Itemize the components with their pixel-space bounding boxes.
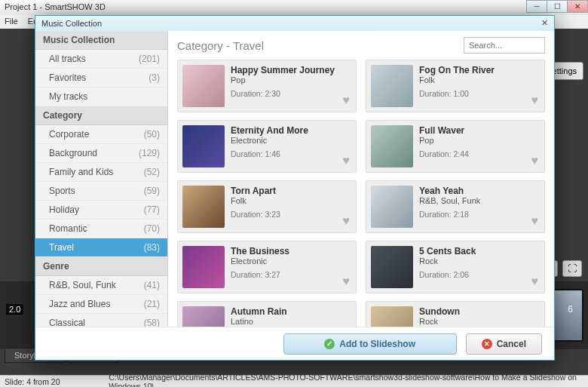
favorite-icon[interactable]: ♥ (343, 214, 351, 228)
close-button[interactable]: ✕ (567, 0, 588, 13)
track-duration: Duration: 2:44 (419, 149, 534, 158)
sidebar-item[interactable]: Favorites(3) (35, 69, 167, 88)
album-art (371, 246, 413, 288)
maximize-button[interactable]: ☐ (547, 0, 568, 13)
sidebar-item[interactable]: Romantic(70) (35, 220, 167, 238)
track-card[interactable]: 5 Cents BackRockDuration: 2:06♥ (366, 241, 545, 293)
track-duration: Duration: 1:46 (231, 149, 345, 158)
track-grid-scroll[interactable]: Happy Summer JourneyPopDuration: 2:30♥Fo… (177, 60, 545, 327)
track-name: Full Waver (419, 125, 534, 136)
sidebar-item[interactable]: Sports(59) (35, 182, 167, 201)
album-art (371, 186, 413, 228)
music-collection-dialog: Music Collection ✕ Music CollectionAll t… (35, 15, 555, 361)
sidebar-item-count: (3) (149, 72, 160, 83)
track-card[interactable]: Yeah YeahR&B, Soul, FunkDuration: 2:18♥ (366, 180, 545, 233)
track-card[interactable]: Happy Summer JourneyPopDuration: 2:30♥ (177, 60, 357, 112)
track-genre: Electronic (231, 136, 345, 145)
track-genre: Rock (419, 256, 534, 266)
sidebar-item[interactable]: Jazz and Blues(21) (35, 295, 167, 314)
favorite-icon[interactable]: ♥ (343, 275, 351, 288)
track-card[interactable]: Eternity And MoreElectronicDuration: 1:4… (177, 120, 357, 173)
slide-duration: 2.0 (6, 304, 23, 315)
fullscreen-icon: ⛶ (568, 263, 577, 274)
track-duration: Duration: 2:30 (231, 89, 345, 98)
track-card[interactable]: Torn ApartFolkDuration: 3:23♥ (177, 180, 357, 233)
sidebar-item-count: (129) (139, 148, 160, 158)
favorite-icon[interactable]: ♥ (531, 214, 539, 228)
album-art (182, 125, 225, 167)
album-art (182, 65, 225, 107)
track-name: The Business (231, 246, 345, 256)
favorite-icon[interactable]: ♥ (531, 94, 539, 107)
album-art (182, 186, 225, 228)
track-name: Autumn Rain (231, 306, 345, 317)
statusbar: Slide: 4 from 20 C:\Users\Manager\Docume… (0, 375, 588, 387)
status-path: C:\Users\Manager\Documents\ARTICLES\AMS-… (109, 373, 583, 388)
category-heading: Category - Travel (177, 39, 264, 52)
sidebar-item-count: (41) (144, 280, 160, 290)
sidebar-item-label: Holiday (49, 204, 79, 215)
track-name: 5 Cents Back (419, 246, 534, 256)
sidebar-section-header: Genre (35, 257, 167, 276)
sidebar-item-count: (201) (139, 54, 160, 64)
sidebar-item[interactable]: Corporate(50) (35, 125, 167, 144)
track-duration: Duration: 2:18 (419, 210, 534, 219)
sidebar-item[interactable]: Family and Kids(52) (35, 163, 167, 182)
favorite-icon[interactable]: ♥ (531, 275, 539, 288)
sidebar-item-count: (52) (144, 167, 160, 177)
track-card[interactable]: Autumn RainLatinoDuration: 2:50♥ (177, 301, 357, 327)
sidebar-item[interactable]: Travel(83) (35, 238, 167, 257)
sidebar-item-count: (70) (144, 223, 160, 234)
minimize-button[interactable]: ─ (526, 0, 547, 13)
sidebar-section-header: Category (35, 106, 167, 125)
track-duration: Duration: 1:00 (419, 89, 534, 98)
album-art (371, 65, 413, 107)
track-card[interactable]: Full WaverPopDuration: 2:44♥ (366, 120, 545, 173)
track-duration: Duration: 3:27 (231, 270, 345, 279)
sidebar-item-count: (21) (144, 299, 160, 309)
track-card[interactable]: SundownRockDuration: 4:15♥ (366, 301, 545, 327)
sidebar-item-count: (50) (144, 129, 160, 140)
sidebar-item-label: Favorites (49, 72, 86, 83)
sidebar-item[interactable]: Classical(58) (35, 314, 167, 327)
main-window-titlebar: Project 1 - SmartSHOW 3D ─ ☐ ✕ (0, 0, 588, 15)
menu-file[interactable]: File (5, 17, 18, 26)
check-icon: ✓ (324, 339, 335, 349)
track-name: Fog On The River (419, 65, 534, 75)
thumbnail-number: 6 (568, 304, 573, 315)
track-genre: R&B, Soul, Funk (419, 196, 534, 205)
track-duration: Duration: 2:06 (419, 270, 534, 279)
track-name: Eternity And More (231, 125, 345, 136)
sidebar-item-label: Travel (49, 242, 74, 253)
favorite-icon[interactable]: ♥ (343, 94, 351, 107)
cancel-button[interactable]: ✕ Cancel (466, 333, 542, 355)
close-icon: ✕ (541, 18, 548, 28)
track-card[interactable]: Fog On The RiverFolkDuration: 1:00♥ (366, 60, 545, 112)
sidebar-item-label: My tracks (49, 91, 87, 102)
track-card[interactable]: The BusinessElectronicDuration: 3:27♥ (177, 241, 357, 293)
cancel-icon: ✕ (482, 339, 492, 349)
album-art (182, 246, 225, 288)
sidebar-item[interactable]: All tracks(201) (35, 50, 167, 69)
sidebar-item[interactable]: Background(129) (35, 144, 167, 163)
sidebar-item-label: Corporate (49, 129, 89, 140)
sidebar-item[interactable]: R&B, Soul, Funk(41) (35, 276, 167, 295)
search-input[interactable] (464, 37, 545, 54)
sidebar-item-label: Jazz and Blues (49, 299, 110, 309)
sidebar-item-label: Sports (49, 186, 75, 196)
content-pane: Category - Travel Happy Summer JourneyPo… (168, 31, 554, 327)
sidebar-item[interactable]: My tracks (35, 88, 167, 106)
add-to-slideshow-button[interactable]: ✓ Add to Slideshow (283, 333, 457, 355)
favorite-icon[interactable]: ♥ (343, 154, 351, 167)
sidebar-item[interactable]: Holiday(77) (35, 201, 167, 220)
track-grid: Happy Summer JourneyPopDuration: 2:30♥Fo… (177, 60, 545, 327)
track-genre: Latino (231, 317, 345, 326)
fullscreen-button[interactable]: ⛶ (562, 260, 582, 277)
dialog-close-button[interactable]: ✕ (537, 17, 551, 29)
sidebar-item-label: All tracks (49, 54, 86, 64)
track-name: Happy Summer Journey (231, 65, 345, 75)
category-sidebar[interactable]: Music CollectionAll tracks(201)Favorites… (35, 31, 168, 327)
dialog-footer: ✓ Add to Slideshow ✕ Cancel (35, 327, 554, 360)
dialog-titlebar[interactable]: Music Collection ✕ (35, 16, 554, 31)
favorite-icon[interactable]: ♥ (531, 154, 539, 167)
